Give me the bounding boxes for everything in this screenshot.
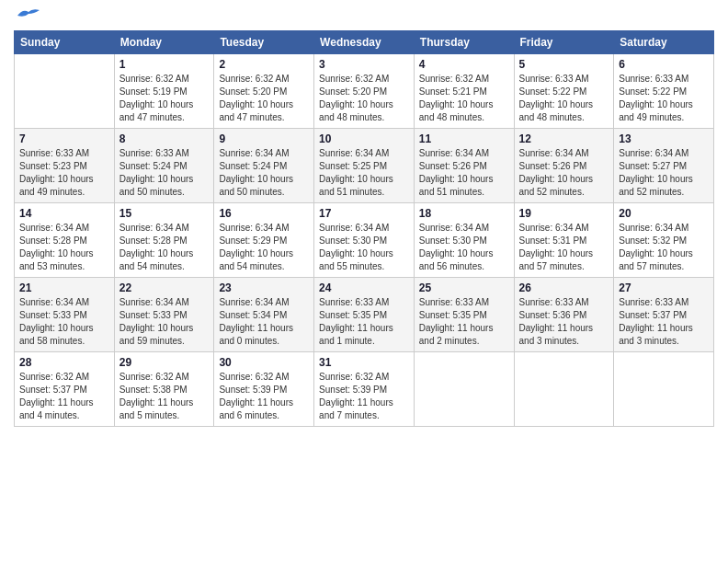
sunrise-text: Sunrise: 6:32 AM xyxy=(219,372,289,382)
daylight-text: Daylight: 10 hours and 54 minutes. xyxy=(219,248,293,271)
sunset-text: Sunset: 5:28 PM xyxy=(119,236,188,246)
day-info: Sunrise: 6:33 AM Sunset: 5:22 PM Dayligh… xyxy=(619,73,709,124)
calendar-week-row: 28 Sunrise: 6:32 AM Sunset: 5:37 PM Dayl… xyxy=(15,352,714,427)
sunrise-text: Sunrise: 6:33 AM xyxy=(519,297,589,307)
header-friday: Friday xyxy=(514,31,614,54)
calendar-header-row: SundayMondayTuesdayWednesdayThursdayFrid… xyxy=(15,31,714,54)
sunrise-text: Sunrise: 6:34 AM xyxy=(219,223,289,233)
sunset-text: Sunset: 5:35 PM xyxy=(319,310,387,320)
sunset-text: Sunset: 5:23 PM xyxy=(19,161,87,171)
day-info: Sunrise: 6:33 AM Sunset: 5:35 PM Dayligh… xyxy=(419,296,509,348)
day-number: 22 xyxy=(119,282,210,294)
daylight-text: Daylight: 10 hours and 49 minutes. xyxy=(19,174,94,197)
daylight-text: Daylight: 10 hours and 48 minutes. xyxy=(419,99,494,122)
header-wednesday: Wednesday xyxy=(314,31,415,54)
sunrise-text: Sunrise: 6:34 AM xyxy=(19,223,89,233)
daylight-text: Daylight: 10 hours and 52 minutes. xyxy=(619,174,693,197)
sunset-text: Sunset: 5:27 PM xyxy=(619,161,687,171)
sunrise-text: Sunrise: 6:34 AM xyxy=(19,297,89,307)
day-info: Sunrise: 6:34 AM Sunset: 5:30 PM Dayligh… xyxy=(319,222,409,273)
day-info: Sunrise: 6:34 AM Sunset: 5:31 PM Dayligh… xyxy=(519,222,609,273)
day-number: 31 xyxy=(319,356,409,369)
sunrise-text: Sunrise: 6:32 AM xyxy=(319,372,389,382)
sunset-text: Sunset: 5:30 PM xyxy=(419,236,487,246)
calendar-cell: 8 Sunrise: 6:33 AM Sunset: 5:24 PM Dayli… xyxy=(114,129,214,203)
day-number: 12 xyxy=(519,132,609,145)
calendar-cell: 23 Sunrise: 6:34 AM Sunset: 5:34 PM Dayl… xyxy=(214,278,314,352)
calendar-cell xyxy=(414,352,514,427)
sunrise-text: Sunrise: 6:33 AM xyxy=(419,297,489,307)
sunrise-text: Sunrise: 6:32 AM xyxy=(119,74,189,84)
sunset-text: Sunset: 5:24 PM xyxy=(119,161,188,171)
calendar-cell xyxy=(614,352,714,427)
sunrise-text: Sunrise: 6:34 AM xyxy=(419,223,489,233)
daylight-text: Daylight: 10 hours and 57 minutes. xyxy=(619,248,693,271)
day-info: Sunrise: 6:32 AM Sunset: 5:20 PM Dayligh… xyxy=(319,73,409,124)
day-number: 6 xyxy=(619,58,709,71)
day-number: 2 xyxy=(219,58,309,71)
calendar-cell: 15 Sunrise: 6:34 AM Sunset: 5:28 PM Dayl… xyxy=(114,203,214,278)
day-number: 29 xyxy=(119,356,210,369)
sunrise-text: Sunrise: 6:34 AM xyxy=(619,148,688,158)
calendar-cell: 2 Sunrise: 6:32 AM Sunset: 5:20 PM Dayli… xyxy=(214,54,314,129)
day-number: 24 xyxy=(319,282,409,294)
sunset-text: Sunset: 5:24 PM xyxy=(219,161,287,171)
day-info: Sunrise: 6:32 AM Sunset: 5:20 PM Dayligh… xyxy=(219,73,309,124)
sunset-text: Sunset: 5:37 PM xyxy=(619,310,687,320)
sunset-text: Sunset: 5:38 PM xyxy=(119,385,188,395)
sunrise-text: Sunrise: 6:32 AM xyxy=(319,74,389,84)
day-info: Sunrise: 6:34 AM Sunset: 5:33 PM Dayligh… xyxy=(119,296,210,348)
calendar-cell: 31 Sunrise: 6:32 AM Sunset: 5:39 PM Dayl… xyxy=(314,352,415,427)
sunrise-text: Sunrise: 6:33 AM xyxy=(19,148,89,158)
day-info: Sunrise: 6:32 AM Sunset: 5:37 PM Dayligh… xyxy=(19,371,109,422)
day-number: 8 xyxy=(119,132,210,145)
day-number: 18 xyxy=(419,207,509,220)
sunrise-text: Sunrise: 6:34 AM xyxy=(519,148,589,158)
calendar-cell: 7 Sunrise: 6:33 AM Sunset: 5:23 PM Dayli… xyxy=(15,129,115,203)
sunset-text: Sunset: 5:32 PM xyxy=(619,236,687,246)
day-number: 23 xyxy=(219,282,309,294)
sunrise-text: Sunrise: 6:32 AM xyxy=(19,372,89,382)
sunset-text: Sunset: 5:26 PM xyxy=(519,161,587,171)
day-number: 13 xyxy=(619,132,709,145)
sunset-text: Sunset: 5:37 PM xyxy=(19,385,87,395)
daylight-text: Daylight: 10 hours and 48 minutes. xyxy=(519,99,594,122)
calendar-cell: 30 Sunrise: 6:32 AM Sunset: 5:39 PM Dayl… xyxy=(214,352,314,427)
day-number: 28 xyxy=(19,356,109,369)
calendar-cell: 20 Sunrise: 6:34 AM Sunset: 5:32 PM Dayl… xyxy=(614,203,714,278)
day-info: Sunrise: 6:34 AM Sunset: 5:34 PM Dayligh… xyxy=(219,296,309,348)
calendar-cell: 10 Sunrise: 6:34 AM Sunset: 5:25 PM Dayl… xyxy=(314,129,415,203)
sunrise-text: Sunrise: 6:34 AM xyxy=(219,148,289,158)
daylight-text: Daylight: 11 hours and 4 minutes. xyxy=(19,397,94,420)
daylight-text: Daylight: 10 hours and 59 minutes. xyxy=(119,323,194,346)
calendar-cell: 17 Sunrise: 6:34 AM Sunset: 5:30 PM Dayl… xyxy=(314,203,415,278)
day-number: 11 xyxy=(419,132,509,145)
day-number: 16 xyxy=(219,207,309,220)
day-info: Sunrise: 6:34 AM Sunset: 5:26 PM Dayligh… xyxy=(519,147,609,199)
logo-bird-icon xyxy=(16,6,41,23)
day-info: Sunrise: 6:32 AM Sunset: 5:38 PM Dayligh… xyxy=(119,371,210,422)
daylight-text: Daylight: 11 hours and 3 minutes. xyxy=(619,323,693,346)
calendar-cell: 25 Sunrise: 6:33 AM Sunset: 5:35 PM Dayl… xyxy=(414,278,514,352)
calendar-cell xyxy=(514,352,614,427)
sunrise-text: Sunrise: 6:34 AM xyxy=(319,223,389,233)
sunrise-text: Sunrise: 6:34 AM xyxy=(119,297,189,307)
calendar-cell: 13 Sunrise: 6:34 AM Sunset: 5:27 PM Dayl… xyxy=(614,129,714,203)
day-number: 26 xyxy=(519,282,609,294)
calendar-cell: 19 Sunrise: 6:34 AM Sunset: 5:31 PM Dayl… xyxy=(514,203,614,278)
day-info: Sunrise: 6:34 AM Sunset: 5:32 PM Dayligh… xyxy=(619,222,709,273)
header-monday: Monday xyxy=(114,31,214,54)
calendar-cell: 6 Sunrise: 6:33 AM Sunset: 5:22 PM Dayli… xyxy=(614,54,714,129)
day-number: 21 xyxy=(19,282,109,294)
calendar-cell: 29 Sunrise: 6:32 AM Sunset: 5:38 PM Dayl… xyxy=(114,352,214,427)
sunset-text: Sunset: 5:31 PM xyxy=(519,236,587,246)
day-info: Sunrise: 6:33 AM Sunset: 5:23 PM Dayligh… xyxy=(19,147,109,199)
calendar-cell: 1 Sunrise: 6:32 AM Sunset: 5:19 PM Dayli… xyxy=(114,54,214,129)
sunset-text: Sunset: 5:33 PM xyxy=(19,310,87,320)
sunrise-text: Sunrise: 6:34 AM xyxy=(319,148,389,158)
day-info: Sunrise: 6:33 AM Sunset: 5:37 PM Dayligh… xyxy=(619,296,709,348)
calendar-cell xyxy=(15,54,115,129)
day-number: 10 xyxy=(319,132,409,145)
day-info: Sunrise: 6:34 AM Sunset: 5:24 PM Dayligh… xyxy=(219,147,309,199)
calendar-cell: 9 Sunrise: 6:34 AM Sunset: 5:24 PM Dayli… xyxy=(214,129,314,203)
